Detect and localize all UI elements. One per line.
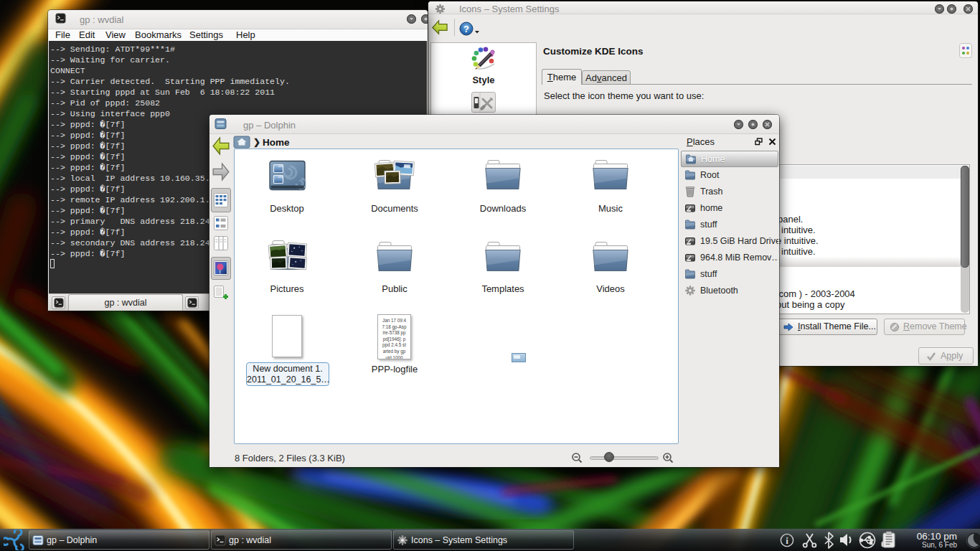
svg-text:?: ? xyxy=(463,24,469,34)
svg-text:i: i xyxy=(786,535,788,546)
